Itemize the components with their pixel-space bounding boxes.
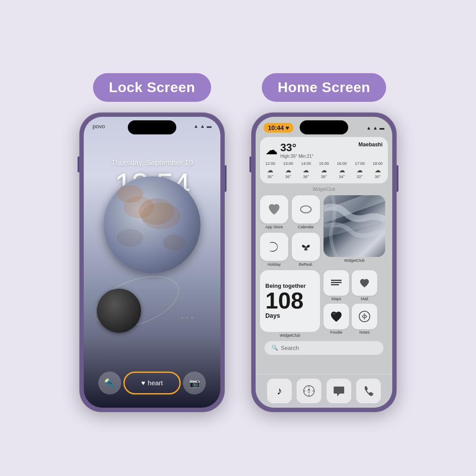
svg-marker-16 (308, 388, 310, 391)
marble-widget[interactable] (324, 195, 385, 257)
forecast-temp: 34° (339, 175, 345, 179)
app-store-item[interactable]: App Store (260, 195, 288, 229)
notes-item[interactable]: Notes (352, 304, 377, 335)
butterfly-svg (299, 240, 313, 254)
music-icon: ♪ (277, 385, 282, 397)
mail-icon (352, 270, 377, 296)
counter-number: 108 (265, 289, 315, 312)
foodie-label: Foodie (330, 330, 342, 335)
dynamic-island-home (300, 120, 348, 134)
signal-icon: ▲ (193, 123, 198, 129)
lock-screen-label: Lock Screen (93, 73, 211, 102)
oval-svg (299, 202, 313, 216)
weather-forecast: 12:00 ☁ 35° 13:00 ☁ 36° (265, 161, 383, 179)
flashlight-icon: 🔦 (104, 378, 115, 388)
heart-button[interactable]: ♥ heart (123, 372, 181, 394)
foodie-heart-svg (329, 309, 343, 324)
phone-svg (362, 385, 375, 397)
moon-large (104, 176, 201, 273)
small-row-2: Foodie (324, 304, 377, 335)
forecast-icon: ☁ (357, 167, 363, 174)
home-screen-section: Home Screen 10:44 ♥ ▲ ▲ ▬ (251, 73, 397, 412)
svg-point-3 (163, 234, 185, 250)
home-content: ☁ 33° High:36° Min:21° Maebashi (256, 134, 392, 374)
weather-widget[interactable]: ☁ 33° High:36° Min:21° Maebashi (260, 137, 388, 183)
widget-club-label-top: WidgetClub (260, 187, 388, 192)
lock-screen-phone: povo ▲ ▲ ▬ Thursday, September 19 13:54 (79, 112, 225, 412)
moon-svg (267, 240, 281, 254)
forecast-time: 18:00 (372, 161, 383, 166)
forecast-1300: 13:00 ☁ 36° (283, 161, 294, 179)
home-screen-inner: 10:44 ♥ ▲ ▲ ▬ (256, 117, 392, 408)
forecast-time: 15:00 (319, 161, 329, 166)
forecast-time: 16:00 (337, 161, 347, 166)
calendar-icon (292, 195, 320, 223)
home-screen-phone: 10:44 ♥ ▲ ▲ ▬ (251, 112, 397, 412)
bereal-label: BeReal. (299, 262, 313, 267)
camera-button[interactable]: 📷 (183, 372, 206, 394)
lock-status-icons: ▲ ▲ ▬ (193, 123, 212, 129)
battery-icon: ▬ (207, 123, 212, 129)
phone-dock[interactable] (356, 379, 381, 403)
forecast-time: 14:00 (301, 161, 311, 166)
weather-temp: 33° (280, 141, 313, 154)
weather-cloud-icon: ☁ (265, 143, 278, 157)
moon-texture (104, 176, 201, 273)
wifi-icon-home: ▲ (373, 125, 378, 130)
forecast-1200: 12:00 ☁ 35° (265, 161, 275, 179)
mail-label: Mail (361, 297, 368, 301)
svg-point-2 (117, 229, 143, 247)
forecast-1400: 14:00 ☁ 36° (301, 161, 311, 179)
forecast-time: 17:00 (355, 161, 365, 166)
heart-label: heart (148, 379, 163, 387)
holiday-item[interactable]: Holiday (260, 233, 288, 267)
main-container: Lock Screen povo ▲ ▲ ▬ (79, 64, 397, 412)
counter-unit: Days (265, 312, 315, 319)
foodie-item[interactable]: Foodie (324, 304, 349, 335)
forecast-temp: 36° (285, 175, 291, 179)
maps-lines-svg (330, 279, 342, 287)
app-store-label: App Store (265, 225, 283, 229)
lock-carrier: povo (93, 123, 105, 130)
maps-icon (324, 270, 349, 296)
dynamic-island (128, 120, 176, 134)
wifi-icon: ▲ (200, 123, 205, 129)
weather-left: ☁ 33° High:36° Min:21° (265, 141, 313, 159)
weather-high-low: High:36° Min:21° (280, 154, 313, 159)
home-time: 10:44 (268, 124, 284, 131)
forecast-icon: ☁ (339, 167, 345, 174)
search-text: Search (281, 345, 299, 351)
forecast-1800: 18:00 ☁ 30° (372, 161, 383, 179)
chat-svg (333, 385, 345, 397)
safari-dock[interactable] (297, 379, 321, 403)
left-app-grid: App Store Calendar (260, 195, 320, 267)
svg-marker-17 (308, 391, 310, 394)
heart-svg (267, 202, 281, 216)
home-heart-icon: ♥ (286, 124, 289, 131)
svg-point-4 (301, 206, 311, 213)
bereal-item[interactable]: BeReal. (292, 233, 320, 267)
forecast-temp: 32° (357, 175, 363, 179)
music-dock[interactable]: ♪ (267, 379, 292, 403)
moon-small (97, 289, 141, 333)
forecast-temp: 36° (303, 175, 309, 179)
forecast-icon: ☁ (285, 167, 291, 174)
flashlight-button[interactable]: 🔦 (98, 372, 121, 394)
forecast-1600: 16:00 ☁ 34° (337, 161, 347, 179)
counter-widget[interactable]: Being together 108 Days (260, 270, 320, 332)
svg-point-8 (333, 313, 335, 315)
mail-item[interactable]: Mail (352, 270, 377, 301)
holiday-label: Holiday (268, 262, 281, 267)
marble-svg (324, 195, 385, 257)
maps-label: Maps (331, 297, 341, 301)
large-widget-area: WidgetClub (324, 195, 385, 263)
calendar-item[interactable]: Calendar (292, 195, 320, 229)
app-row-1: App Store Calendar (260, 195, 320, 229)
forecast-time: 13:00 (283, 161, 294, 166)
maps-item[interactable]: Maps (324, 270, 349, 301)
lock-screen-inner: povo ▲ ▲ ▬ Thursday, September 19 13:54 (84, 117, 220, 408)
messages-dock[interactable] (327, 379, 351, 403)
battery-icon-home: ▬ (379, 125, 384, 130)
search-bar[interactable]: 🔍 Search (264, 341, 383, 355)
signal-icon-home: ▲ (366, 125, 371, 130)
